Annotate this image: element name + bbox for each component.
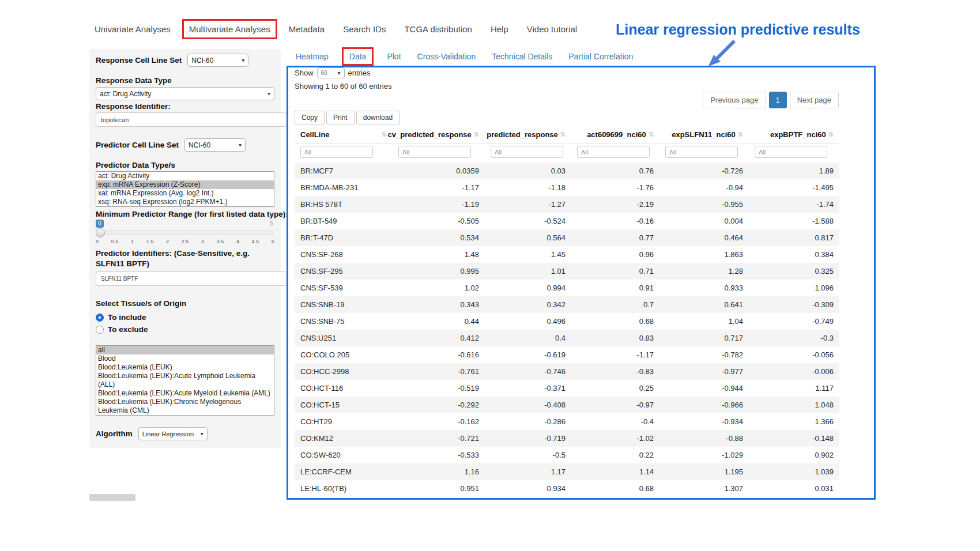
sort-icon[interactable]: ⇅ bbox=[560, 131, 566, 138]
tissue-option[interactable]: Blood:Leukemia (LEUK):Acute Lymphoid Leu… bbox=[96, 372, 274, 389]
column-header-predicted_response[interactable]: predicted_response⇅ bbox=[485, 126, 571, 144]
table-row[interactable]: CO:HCT-116-0.519-0.3710.25-0.9441.117 bbox=[295, 380, 839, 397]
table-row[interactable]: CO:KM12-0.721-0.719-1.02-0.88-0.148 bbox=[295, 430, 839, 447]
predictor-identifiers-input[interactable] bbox=[96, 271, 287, 286]
table-row[interactable]: LE:HL-60(TB)0.9510.9340.681.3070.031 bbox=[295, 480, 839, 497]
slider-tick-label: 4 bbox=[236, 239, 239, 244]
radio-label: To exclude bbox=[108, 325, 148, 334]
table-row[interactable]: CNS:SF-2681.481.450.961.8630.384 bbox=[295, 246, 839, 263]
response-data-type-select[interactable]: act: Drug Activity ▾ bbox=[96, 87, 274, 100]
value-cell: 0.68 bbox=[571, 313, 659, 330]
tab-heatmap[interactable]: Heatmap bbox=[293, 47, 331, 66]
table-row[interactable]: CNS:SNB-750.440.4960.681.04-0.749 bbox=[295, 313, 839, 330]
filter-input-predicted_response[interactable] bbox=[491, 146, 563, 158]
nav-item-tcga-distribution[interactable]: TCGA distribution bbox=[397, 19, 479, 39]
sort-icon[interactable]: ⇅ bbox=[828, 131, 834, 138]
filter-input-cv_predicted_response[interactable] bbox=[398, 146, 471, 158]
nav-item-univariate-analyses[interactable]: Univariate Analyses bbox=[88, 19, 178, 39]
sort-icon[interactable]: ⇅ bbox=[474, 131, 479, 138]
table-row[interactable]: BR:MDA-MB-231-1.17-1.18-1.76-0.94-1.495 bbox=[295, 179, 839, 196]
previous-page-button[interactable]: Previous page bbox=[703, 92, 766, 108]
table-row[interactable]: CO:SW-620-0.533-0.50.22-1.0290.902 bbox=[295, 447, 839, 463]
predictor-data-type-option[interactable]: act: Drug Activity bbox=[96, 172, 274, 180]
predictor-data-type-option[interactable]: xai: mRNA Expression (Avg. log2 Int.) bbox=[96, 189, 274, 198]
value-cell: 1.04 bbox=[659, 313, 749, 330]
radio-to-include[interactable]: To include bbox=[96, 311, 274, 323]
tissue-option[interactable]: all bbox=[96, 346, 274, 354]
tissue-origin-listbox[interactable]: allBloodBlood:Leukemia (LEUK)Blood:Leuke… bbox=[96, 345, 274, 416]
table-row[interactable]: CNS:SF-5391.020.9940.910.9331.096 bbox=[295, 280, 839, 296]
tissue-option[interactable]: Blood:Leukemia (LEUK):Chronic Myelogenou… bbox=[96, 398, 274, 415]
nav-item-search-ids[interactable]: Search IDs bbox=[336, 19, 393, 39]
column-header-cv_predicted_response[interactable]: cv_predicted_response⇅ bbox=[393, 126, 485, 144]
predictor-data-type-option[interactable]: xsq: RNA-seq Expression (log2 FPKM+1.) bbox=[96, 198, 274, 206]
table-row[interactable]: CO:HT29-0.162-0.286-0.4-0.9341.366 bbox=[295, 413, 839, 430]
value-cell: -0.148 bbox=[749, 430, 839, 447]
tab-data[interactable]: Data bbox=[342, 47, 374, 66]
cellline-cell: LE:HL-60(TB) bbox=[295, 480, 393, 497]
slider-track[interactable] bbox=[97, 231, 273, 235]
next-page-button[interactable]: Next page bbox=[790, 92, 839, 108]
filter-input-expSLFN11_nci60[interactable] bbox=[665, 146, 738, 158]
table-row[interactable]: BR:T-47D0.5340.5640.770.4640.817 bbox=[295, 229, 839, 246]
column-header-expSLFN11_nci60[interactable]: expSLFN11_nci60⇅ bbox=[659, 126, 749, 144]
nav-item-metadata[interactable]: Metadata bbox=[282, 19, 332, 39]
filter-input-act609699_nci60[interactable] bbox=[577, 146, 650, 158]
predictor-data-types-listbox[interactable]: act: Drug Activityexp: mRNA Expression (… bbox=[96, 171, 274, 207]
value-cell: -0.056 bbox=[749, 346, 839, 363]
cellline-cell: CO:HCC-2998 bbox=[295, 363, 393, 380]
table-row[interactable]: CNS:SF-2950.9951.010.711.280.325 bbox=[295, 263, 839, 280]
sort-icon[interactable]: ⇅ bbox=[649, 131, 654, 138]
table-row[interactable]: BR:HS 578T-1.19-1.27-2.19-0.955-1.74 bbox=[295, 196, 839, 213]
nav-item-video-tutorial[interactable]: Video tutorial bbox=[520, 19, 584, 39]
response-identifier-input[interactable] bbox=[96, 112, 287, 127]
table-row[interactable]: LE:CCRF-CEM1.161.171.141.1951.039 bbox=[295, 463, 839, 480]
value-cell: -0.719 bbox=[485, 430, 571, 447]
table-row[interactable]: CNS:SNB-190.3430.3420.70.641-0.309 bbox=[295, 296, 839, 313]
tab-partial-correlation[interactable]: Partial Correlation bbox=[566, 47, 636, 66]
value-cell: 0.7 bbox=[571, 296, 659, 313]
sort-icon[interactable]: ⇅ bbox=[382, 131, 387, 138]
column-header-act609699_nci60[interactable]: act609699_nci60⇅ bbox=[571, 126, 659, 144]
predictor-data-type-option[interactable]: exp: mRNA Expression (Z-Score) bbox=[96, 180, 274, 189]
filter-input-CellLine[interactable] bbox=[300, 146, 373, 158]
radio-to-exclude[interactable]: To exclude bbox=[96, 323, 274, 335]
table-row[interactable]: CO:HCT-15-0.292-0.408-0.97-0.9661.048 bbox=[295, 397, 839, 413]
tissue-option[interactable]: Blood:Leukemia (LEUK) bbox=[96, 363, 274, 372]
value-cell: -1.27 bbox=[485, 196, 571, 213]
table-row[interactable]: BR:BT-549-0.505-0.524-0.160.004-1.588 bbox=[295, 213, 839, 229]
response-cell-line-set-select[interactable]: NCI-60 ▾ bbox=[187, 54, 248, 67]
cellline-cell: CNS:SF-539 bbox=[295, 280, 393, 296]
slider-handle[interactable] bbox=[96, 228, 105, 237]
entries-count-select[interactable]: 60 ▾ bbox=[317, 67, 345, 78]
value-cell: 0.412 bbox=[393, 330, 485, 346]
sort-icon[interactable]: ⇅ bbox=[738, 131, 743, 138]
value-cell: 0.496 bbox=[485, 313, 571, 330]
nav-item-help[interactable]: Help bbox=[484, 19, 515, 39]
copy-button[interactable]: Copy bbox=[295, 111, 325, 124]
table-row[interactable]: CO:HCC-2998-0.761-0.746-0.83-0.977-0.006 bbox=[295, 363, 839, 380]
download-button[interactable]: download bbox=[356, 111, 399, 124]
column-header-CellLine[interactable]: CellLine⇅ bbox=[295, 126, 393, 144]
tissue-option[interactable]: Blood bbox=[96, 354, 274, 363]
min-predictor-range-slider[interactable]: 0 5 00.511.522.533.544.55 bbox=[96, 220, 274, 247]
nav-item-multivariate-analyses[interactable]: Multivariate Analyses bbox=[182, 19, 277, 39]
column-header-expBPTF_nci60[interactable]: expBPTF_nci60⇅ bbox=[749, 126, 839, 144]
response-cell-line-set-field: Response Cell Line Set NCI-60 ▾ bbox=[96, 54, 274, 67]
table-row[interactable]: CO:COLO 205-0.616-0.619-1.17-0.782-0.056 bbox=[295, 346, 839, 363]
print-button[interactable]: Print bbox=[326, 111, 355, 124]
value-cell: 1.89 bbox=[749, 163, 839, 179]
table-row[interactable]: CNS:U2510.4120.40.830.717-0.3 bbox=[295, 330, 839, 346]
tab-technical-details[interactable]: Technical Details bbox=[489, 47, 555, 66]
radio-icon bbox=[96, 314, 104, 322]
page-number-button[interactable]: 1 bbox=[769, 92, 787, 108]
tissue-option[interactable]: Blood:Leukemia (LEUK):Acute Myeloid Leuk… bbox=[96, 389, 274, 398]
tab-plot[interactable]: Plot bbox=[384, 47, 404, 66]
table-row[interactable]: BR:MCF70.03590.030.76-0.7261.89 bbox=[295, 163, 839, 179]
algorithm-select[interactable]: Linear Regression ▾ bbox=[138, 427, 208, 440]
tab-cross-validation[interactable]: Cross-Validation bbox=[414, 47, 479, 66]
filter-input-expBPTF_nci60[interactable] bbox=[755, 146, 827, 158]
predictor-cell-line-set-select[interactable]: NCI-60 ▾ bbox=[184, 138, 246, 152]
cellline-cell: CO:HCT-15 bbox=[295, 397, 393, 413]
slider-tick-label: 3.5 bbox=[217, 239, 224, 244]
